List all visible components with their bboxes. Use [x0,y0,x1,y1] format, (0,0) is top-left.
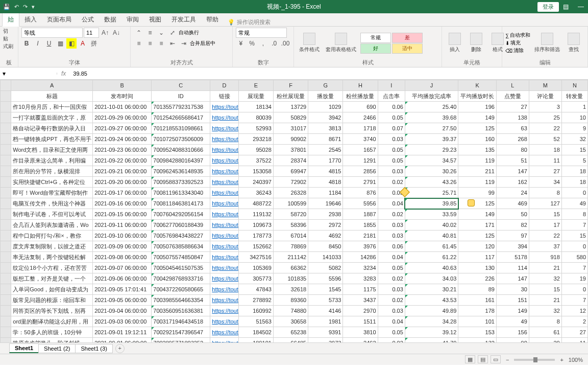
cell[interactable]: 8 [561,209,587,220]
qat-dropdown-icon[interactable]: ▾ [32,4,35,10]
cell[interactable]: 211 [458,166,497,177]
cell[interactable]: 4146 [308,306,343,316]
cell[interactable]: 档一键转换成PPT，再也不用手 [11,134,93,145]
cell[interactable]: 1770 [308,155,343,166]
paste-button[interactable]: 贴 [3,35,15,42]
link-cell[interactable]: https://toutiao.com [210,102,238,112]
cell[interactable]: 0.03 [378,220,405,231]
cell[interactable]: 293218 [238,134,273,145]
cell[interactable]: 2021-09-24 06:00:00 [93,134,152,145]
cell[interactable]: 149 [496,306,529,316]
header-cell[interactable]: 平均播放完成率 [405,91,458,102]
column-header[interactable]: E [238,80,273,91]
cell[interactable]: 0.02 [378,295,405,306]
cell[interactable]: 1981 [308,316,343,327]
decrease-decimal-icon[interactable]: .00 [280,38,290,49]
row-header[interactable] [1,155,11,166]
cell[interactable]: 0.03 [378,166,405,177]
cell[interactable]: 7012542665686417 [152,112,210,123]
cell[interactable]: 18 [529,145,561,155]
cell[interactable]: 125 [458,198,497,209]
tab-help[interactable]: 帮助 [201,13,224,26]
column-header[interactable]: F [273,80,308,91]
cell[interactable]: 61.45 [405,241,458,252]
cell[interactable]: 151 [496,295,529,306]
cell[interactable]: 27 [529,166,561,177]
cell[interactable]: 2938 [308,209,343,220]
sheet-tab-1[interactable]: Sheet1 [9,343,39,353]
cell[interactable]: 1291 [343,155,378,166]
cell[interactable]: 66485 [273,338,308,343]
cell[interactable]: 2021-09-01 19:12:11 [93,327,152,338]
cell[interactable]: 1887 [343,209,378,220]
cell[interactable]: 1718 [343,123,378,134]
cell[interactable]: 90902 [273,134,308,145]
cell[interactable]: 27 [496,102,529,112]
cell[interactable]: 178 [458,306,497,316]
cell[interactable]: 7005076385886634 [152,241,210,252]
cell[interactable]: 0.05 [378,263,405,273]
cell[interactable]: 7007604292056154 [152,209,210,220]
cell[interactable]: 80 [496,145,529,155]
cell[interactable]: 29 [529,338,561,343]
cell[interactable]: 36243 [238,188,273,198]
cell[interactable]: Word文档，目录和正文使用两 [11,145,93,155]
cell[interactable]: 27.50 [405,123,458,134]
header-cell[interactable] [1,91,11,102]
cell[interactable]: 32 [561,134,587,145]
cell[interactable]: 105369 [238,263,273,273]
cell[interactable]: 184502 [238,327,273,338]
cell[interactable]: 25 [529,112,561,123]
cell[interactable]: 4818 [308,177,343,188]
row-header[interactable] [1,306,11,316]
comment-indicator-icon[interactable] [468,199,475,206]
cell[interactable]: 19 [561,273,587,284]
cell[interactable]: 格原来也能换头，除了斜线 [11,338,93,343]
cell[interactable]: 114 [496,263,529,273]
cell[interactable]: 7003560951636381 [152,306,210,316]
header-cell[interactable]: 粉丝展现量 [273,91,308,102]
link-cell[interactable]: https://toutiao.com [210,209,238,220]
cell[interactable]: 0.07 [378,123,405,134]
link-cell[interactable]: https://toutiao.com [210,188,238,198]
header-cell[interactable]: 评论量 [529,91,561,102]
cell[interactable]: 61.22 [405,252,458,263]
cell[interactable]: 305773 [238,273,273,284]
align-top-icon[interactable]: ⌃ [134,28,144,38]
decrease-font-icon[interactable]: A↓ [111,28,121,38]
cell[interactable]: 13729 [273,102,308,112]
sheet-tab-3[interactable]: Sheet1 (3) [75,344,112,353]
page-layout-view-icon[interactable]: ▤ [478,355,488,363]
increase-decimal-icon[interactable]: .0 [269,38,279,49]
link-cell[interactable]: https://toutiao.com [210,316,238,327]
cell[interactable]: 纹定位18个小方程，还在苦苦 [11,263,93,273]
cell[interactable]: 39.68 [405,112,458,123]
cell[interactable]: 5178 [496,252,529,263]
cell[interactable]: 40.81 [405,231,458,241]
column-header[interactable]: A [11,80,93,91]
cell[interactable]: 101 [458,316,497,327]
cell[interactable]: 2021-09-05 17:01:41 [93,284,152,295]
cell[interactable]: 3427516 [238,252,273,263]
cell[interactable]: 240397 [238,177,273,188]
cell[interactable]: 2021-09-03 06:00:00 [93,316,152,327]
font-size-select[interactable]: 11 [84,28,99,38]
cell[interactable]: 41.79 [405,338,458,343]
save-icon[interactable]: 💾 [3,4,10,10]
cell[interactable]: 37522 [238,155,273,166]
cell[interactable]: 2545 [308,145,343,155]
cell[interactable]: 161 [458,295,497,306]
zoom-level[interactable]: 100% [569,357,583,363]
link-cell[interactable]: https://toutiao.com [210,241,238,252]
row-header[interactable] [1,134,11,145]
align-center-icon[interactable]: ≡ [145,38,155,49]
cell[interactable]: 8 [529,188,561,198]
cell[interactable]: 2021-09-01 06:00:00 [93,338,152,343]
cell[interactable]: 7008118463814173 [152,198,210,209]
cell[interactable]: 2021-09-29 06:00:00 [93,112,152,123]
cell[interactable]: 876 [343,188,378,198]
cell[interactable]: 119 [458,155,497,166]
cell[interactable]: 65238 [273,327,308,338]
cell[interactable]: 89 [458,284,497,295]
cell[interactable]: 5 [561,155,587,166]
